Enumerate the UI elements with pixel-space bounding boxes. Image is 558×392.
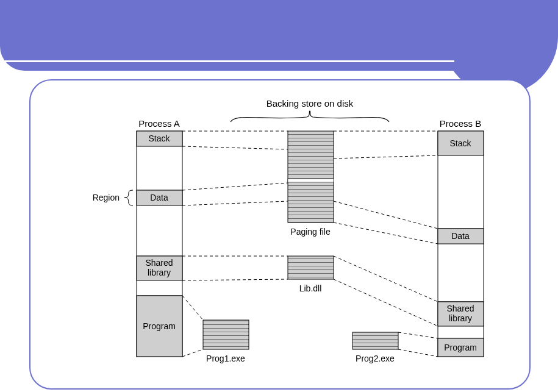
paging-file-label: Paging file bbox=[290, 227, 331, 237]
header-underline bbox=[0, 60, 454, 62]
proc-b-stack-label: Stack bbox=[449, 138, 471, 148]
paging-file bbox=[288, 131, 334, 223]
proc-a-program-label: Program bbox=[143, 321, 176, 331]
brace-top bbox=[231, 111, 389, 122]
svg-line-10 bbox=[182, 183, 288, 190]
svg-line-23 bbox=[398, 349, 438, 357]
lib-dll-label: Lib.dll bbox=[299, 283, 322, 293]
svg-line-20 bbox=[334, 256, 438, 302]
proc-b-program-label: Program bbox=[444, 343, 477, 352]
svg-line-17 bbox=[334, 155, 438, 159]
svg-line-15 bbox=[182, 349, 203, 357]
process-a-title: Process A bbox=[138, 118, 180, 129]
svg-line-22 bbox=[398, 332, 438, 338]
svg-line-11 bbox=[182, 201, 288, 205]
region-brace bbox=[124, 190, 133, 205]
memory-mapping-diagram: Backing store on disk Process A Stack Da… bbox=[29, 79, 528, 387]
process-b-title: Process B bbox=[440, 118, 481, 129]
proc-b-shared-label2: library bbox=[449, 313, 472, 323]
proc-a-shared-label2: library bbox=[148, 268, 171, 277]
svg-line-21 bbox=[334, 279, 438, 326]
proc-b-data-label: Data bbox=[451, 231, 470, 241]
svg-line-19 bbox=[334, 223, 438, 244]
prog2-exe bbox=[352, 332, 398, 349]
svg-line-13 bbox=[182, 279, 288, 280]
proc-a-shared-label1: Shared bbox=[145, 258, 173, 268]
proc-a-data-label: Data bbox=[150, 193, 168, 202]
prog1-exe bbox=[203, 320, 249, 349]
svg-line-9 bbox=[182, 146, 288, 149]
proc-b-shared-label1: Shared bbox=[446, 304, 474, 313]
svg-line-14 bbox=[182, 296, 203, 320]
prog2-exe-label: Prog2.exe bbox=[356, 354, 395, 363]
lib-dll bbox=[288, 256, 334, 279]
prog1-exe-label: Prog1.exe bbox=[206, 354, 245, 363]
region-label: Region bbox=[93, 193, 120, 202]
backing-store-label: Backing store on disk bbox=[266, 98, 354, 109]
svg-line-18 bbox=[334, 201, 438, 229]
proc-a-stack-label: Stack bbox=[148, 134, 170, 143]
paging-file-gap bbox=[288, 179, 334, 182]
